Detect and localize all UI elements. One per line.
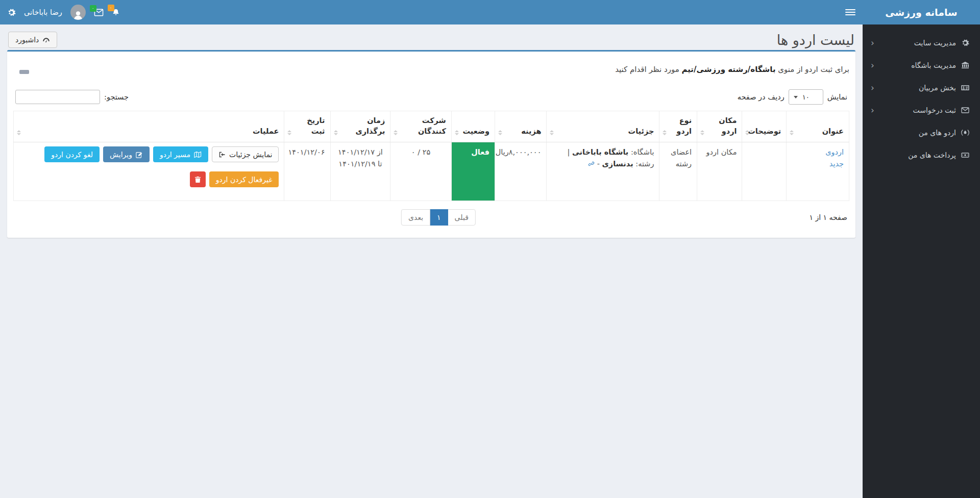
search-label: جستجو: xyxy=(104,93,129,101)
table-footer: صفحه ۱ از ۱ قبلی ۱ بعدی xyxy=(13,208,849,231)
app-brand: سامانه ورزشی xyxy=(863,0,980,24)
sidebar: سامانه ورزشی مدیریت سایت ‹ مدیریت باشگاه… xyxy=(863,0,980,498)
header-camp-type[interactable]: نوع اردو xyxy=(659,111,697,142)
sidebar-item-submit-request[interactable]: ثبت درخواست ‹ xyxy=(863,99,980,121)
header-status[interactable]: وضعیت xyxy=(451,111,495,142)
sort-icon xyxy=(550,130,554,135)
header-schedule[interactable]: زمان برگذاری xyxy=(330,111,390,142)
schedule-from-label: از xyxy=(377,148,383,156)
page-length-control: نمایش ۱۰ ردیف در صفحه xyxy=(738,89,847,105)
hamburger-menu-button[interactable] xyxy=(845,7,855,17)
cancel-camp-label: لغو کردن اردو xyxy=(51,151,93,159)
cell-details: باشگاه: باشگاه باباخانی | رشته: بدنسازی … xyxy=(547,142,659,201)
dashboard-button-label: داشبورد xyxy=(15,36,39,44)
camp-title-link[interactable]: اردوی جدید xyxy=(811,146,844,169)
page-length-select[interactable]: ۱۰ xyxy=(789,89,823,105)
sign-in-icon xyxy=(218,151,226,158)
sidebar-item-my-payments[interactable]: پرداخت های من xyxy=(863,144,980,166)
header-actions[interactable]: عملیات xyxy=(14,111,284,142)
chevron-left-icon: ‹ xyxy=(871,106,874,115)
pagination-next-button[interactable]: بعدی xyxy=(401,209,430,226)
delete-button[interactable] xyxy=(190,171,206,187)
details-link[interactable] xyxy=(588,161,595,169)
sidebar-item-site-management[interactable]: مدیریت سایت ‹ xyxy=(863,32,980,54)
sort-icon xyxy=(498,130,502,135)
main-area: رضا باباخانی ۰ ۰ لیست اردو ها داشبورد xyxy=(0,0,863,498)
camp-route-button[interactable]: مسیر اردو xyxy=(153,146,208,162)
cancel-camp-button[interactable]: لغو کردن اردو xyxy=(44,146,100,162)
header-cost[interactable]: هزینه xyxy=(495,111,546,142)
campfire-icon xyxy=(961,129,969,137)
dashboard-icon xyxy=(42,37,50,43)
sort-icon xyxy=(455,130,459,135)
details-club-label: باشگاه: xyxy=(631,148,654,156)
navbar-left-group: رضا باباخانی ۰ ۰ xyxy=(7,5,120,20)
money-icon xyxy=(961,151,969,159)
show-details-label: نمایش جزئیات xyxy=(229,151,272,159)
deactivate-camp-button[interactable]: غیرفعال کردن اردو xyxy=(209,171,279,187)
page-title: لیست اردو ها xyxy=(777,32,854,48)
chevron-left-icon: ‹ xyxy=(871,39,874,47)
placeholder-pill xyxy=(19,70,29,74)
dashboard-button[interactable]: داشبورد xyxy=(8,32,57,48)
sidebar-item-label: مدیریت سایت xyxy=(914,39,956,47)
show-details-button[interactable]: نمایش جزئیات xyxy=(212,146,279,162)
sort-icon xyxy=(700,130,704,135)
search-control: جستجو: xyxy=(15,90,129,104)
messages-badge: ۰ xyxy=(90,5,96,12)
sidebar-menu: مدیریت سایت ‹ مدیریت باشگاه ‹ بخش مربیان… xyxy=(863,24,980,166)
header-title[interactable]: عنوان xyxy=(787,111,849,142)
edit-button[interactable]: ویرایش xyxy=(103,146,150,162)
sidebar-item-label: مدیریت باشگاه xyxy=(911,61,956,69)
pagination-prev-button[interactable]: قبلی xyxy=(448,209,476,226)
header-register-date[interactable]: تاریخ ثبت xyxy=(284,111,330,142)
sidebar-item-club-management[interactable]: مدیریت باشگاه ‹ xyxy=(863,54,980,77)
deactivate-camp-label: غیرفعال کردن اردو xyxy=(216,176,273,184)
details-club-name: باشگاه باباخانی xyxy=(572,148,628,156)
chevron-down-icon xyxy=(794,96,798,98)
chevron-left-icon: ‹ xyxy=(871,84,874,92)
header-participants[interactable]: شرکت کنندگان xyxy=(390,111,452,142)
notifications-menu[interactable]: ۰ xyxy=(112,8,120,17)
settings-menu[interactable] xyxy=(7,8,16,17)
user-avatar-icon xyxy=(72,10,84,20)
search-input[interactable] xyxy=(15,90,100,104)
pagination: قبلی ۱ بعدی xyxy=(402,209,476,226)
sidebar-item-coaches-section[interactable]: بخش مربیان ‹ xyxy=(863,77,980,99)
header-details[interactable]: جزئیات xyxy=(547,111,659,142)
content: لیست اردو ها داشبورد برای ثبت اردو از من… xyxy=(0,24,863,498)
cell-description xyxy=(742,142,787,201)
content-header: لیست اردو ها داشبورد xyxy=(7,31,855,50)
actions-row-2: غیرفعال کردن اردو xyxy=(19,171,279,187)
table-header-row: عنوان توضیحات مکان اردو نوع اردو جزئیات … xyxy=(14,111,849,142)
details-field-name: بدنسازی xyxy=(602,160,633,168)
schedule-to-label: تا xyxy=(378,160,382,168)
cell-location: مکان اردو xyxy=(697,142,742,201)
pagination-page-1-button[interactable]: ۱ xyxy=(430,209,448,226)
edit-label: ویرایش xyxy=(110,151,132,159)
cell-camp-type: اعضای رشته xyxy=(659,142,697,201)
table-row: اردوی جدید مکان اردو اعضای رشته باشگاه: … xyxy=(14,142,849,201)
instruction-suffix: مورد نظر اقدام کنید xyxy=(615,65,679,74)
edit-pencil-icon xyxy=(136,151,143,158)
sidebar-item-my-camps[interactable]: اردو های من xyxy=(863,121,980,144)
user-avatar[interactable] xyxy=(70,5,86,20)
sort-icon xyxy=(17,130,21,135)
bank-icon xyxy=(961,61,969,69)
camps-list-card: برای ثبت اردو از منوی باشگاه/رشته ورزشی/… xyxy=(7,50,855,238)
header-location[interactable]: مکان اردو xyxy=(697,111,742,142)
length-prefix-label: نمایش xyxy=(827,93,847,101)
chain-link-icon xyxy=(588,161,595,167)
sidebar-item-label: ثبت درخواست xyxy=(913,106,956,114)
notifications-badge: ۰ xyxy=(108,5,114,11)
schedule-from-date: ۱۴۰۱/۱۲/۱۷ xyxy=(338,148,375,156)
header-description[interactable]: توضیحات xyxy=(742,111,787,142)
messages-menu[interactable]: ۰ xyxy=(94,9,104,16)
cell-schedule: از ۱۴۰۱/۱۲/۱۷ تا ۱۴۰۱/۱۲/۱۹ xyxy=(330,142,390,201)
sort-icon xyxy=(334,130,338,135)
sidebar-item-label: بخش مربیان xyxy=(919,84,956,92)
user-name[interactable]: رضا باباخانی xyxy=(24,8,62,16)
sort-icon xyxy=(790,130,794,135)
schedule-to-date: ۱۴۰۱/۱۲/۱۹ xyxy=(338,160,375,168)
cell-cost: ۸,۰۰۰,۰۰۰ریال xyxy=(495,142,546,201)
